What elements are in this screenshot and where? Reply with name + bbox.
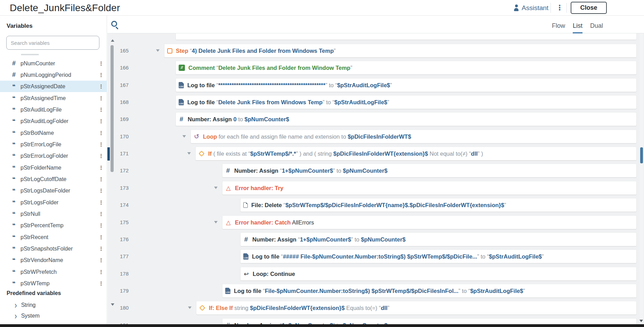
sidebar-scrollbar-thumb[interactable] [111,45,114,172]
variable-item-pStrRecent[interactable]: ❝pStrRecent⋮ [0,231,107,243]
variable-name: pStrErrorLogFile [21,141,61,148]
collapse-chevron-icon[interactable] [156,49,160,52]
variable-item-pStrAuditLogFile[interactable]: ❝pStrAuditLogFile⋮ [0,104,107,115]
variable-item-pStrWPrefetch[interactable]: ❝pStrWPrefetch⋮ [0,266,107,278]
action-row-167[interactable]: Log to file “***************************… [176,79,636,92]
variable-menu-icon[interactable]: ⋮ [98,58,104,69]
action-row-174[interactable]: File: Delete “$pStrWTemp$/$pDicFilesInFo… [241,198,636,212]
view-option-list[interactable]: List [573,16,582,33]
action-row-179[interactable]: Log to file “File-$pNumCounter.Number:to… [222,284,636,297]
list-scrollbar-thumb[interactable] [640,147,643,163]
variable-item-pStrAssignedTime[interactable]: ❝pStrAssignedTime⋮ [0,92,107,104]
variable-item-pStrNull[interactable]: ❝pStrNull⋮ [0,208,107,220]
action-row-165[interactable]: Step “4) Delete Junk Files and Folder fr… [164,44,636,57]
string-type-icon: ❝ [10,83,18,90]
assistant-button[interactable]: Assistant [514,3,548,13]
search-actions-icon[interactable] [111,21,117,27]
titlebar-divider [566,3,567,13]
close-button[interactable]: Close [571,2,607,14]
variable-menu-icon[interactable]: ⋮ [98,185,104,196]
variable-item-pNumCounter[interactable]: #pNumCounter⋮ [0,58,107,69]
more-options-icon[interactable]: ⋮ [555,2,564,13]
action-row-173[interactable]: △Error handler: Try [222,181,636,195]
if-condition-icon [199,151,205,157]
variable-menu-icon[interactable]: ⋮ [98,231,104,243]
collapse-chevron-icon[interactable] [188,306,191,309]
assistant-icon [514,5,519,11]
variable-menu-icon[interactable]: ⋮ [98,104,104,115]
action-row-178[interactable]: ↩Loop: Continue [241,267,636,280]
variable-item-pStrBotName[interactable]: ❝pStrBotName⋮ [0,127,107,139]
variable-menu-icon[interactable]: ⋮ [98,139,104,150]
action-text-segment: ” [504,202,506,209]
action-row-166[interactable]: Comment “Delete Junk Files and Folder fr… [176,61,636,74]
action-row-175[interactable]: △Error handler: Catch AllErrors [222,216,636,229]
sidebar-scroll-down-icon[interactable] [111,303,114,306]
variable-menu-icon[interactable]: ⋮ [98,243,104,254]
view-option-flow[interactable]: Flow [552,16,565,33]
action-row-171[interactable]: If ( file exists at “$pStrWTemp$/*.*” ) … [196,147,636,160]
variable-item-pStrLogsDateFolder[interactable]: ❝pStrLogsDateFolder⋮ [0,185,107,196]
variable-menu-icon[interactable]: ⋮ [98,150,104,162]
search-variables-input[interactable] [6,36,99,50]
variable-item-pStrLogCutoffDate[interactable]: ❝pStrLogCutoffDate⋮ [0,173,107,185]
variable-menu-icon[interactable]: ⋮ [98,220,104,231]
variable-menu-icon[interactable]: ⋮ [98,197,104,208]
variable-menu-icon[interactable]: ⋮ [98,173,104,185]
variable-item-pStrAssignedDate[interactable]: ❝pStrAssignedDate⋮ [0,81,107,92]
action-text-segment: ” to [351,236,361,243]
collapse-chevron-icon[interactable] [214,221,218,223]
variable-menu-icon[interactable]: ⋮ [98,127,104,139]
variable-name: pStrVendorName [21,257,63,263]
view-option-dual[interactable]: Dual [590,16,603,33]
bot-editor-window: Delete_JunkFiles&Folder Assistant ⋮ Clos… [0,0,644,327]
variable-item-pStrErrorLogFolder[interactable]: ❝pStrErrorLogFolder⋮ [0,150,107,162]
action-row-170[interactable]: ↺Loop for each file and assign file name… [191,130,636,143]
list-scroll-down-icon[interactable] [639,320,643,322]
variable-item-pNumLoggingPeriod[interactable]: #pNumLoggingPeriod⋮ [0,69,107,81]
row-number: 176 [120,236,135,242]
row-number: 165 [120,48,135,54]
variable-menu-icon[interactable]: ⋮ [98,69,104,81]
sidebar-scroll-up-icon[interactable] [111,39,114,42]
variable-menu-icon[interactable]: ⋮ [98,115,104,127]
action-row-176[interactable]: #Number: Assign “1+$pNumCounter$” to $pN… [241,233,636,246]
collapse-chevron-icon[interactable] [187,152,191,155]
variable-item-pStrLogsFolder[interactable]: ❝pStrLogsFolder⋮ [0,197,107,208]
variable-item-pStrSnapshotsFolder[interactable]: ❝pStrSnapshotsFolder⋮ [0,243,107,254]
number-icon: # [243,236,249,243]
variable-menu-icon[interactable]: ⋮ [98,254,104,266]
variable-menu-icon[interactable]: ⋮ [98,278,104,289]
variable-item-pStrVendorName[interactable]: ❝pStrVendorName⋮ [0,254,107,266]
variable-menu-icon[interactable]: ⋮ [98,162,104,173]
list-scrollbar-track[interactable] [640,33,643,324]
row-number: 177 [120,253,135,259]
variable-item-pStrFolderName[interactable]: ❝pStrFolderName⋮ [0,162,107,173]
collapse-chevron-icon[interactable] [182,135,186,138]
action-row-169[interactable]: #Number: Assign 0 to $pNumCounter$ [176,113,636,126]
variable-item-pStrPercentTemp[interactable]: ❝pStrPercentTemp⋮ [0,220,107,231]
action-row-180[interactable]: If: Else If string $pDicFilesInFolderWT{… [196,301,636,314]
variable-name: pStrNull [21,211,40,217]
predefined-group-string[interactable]: ›String [0,299,107,311]
variable-menu-icon[interactable]: ⋮ [98,81,104,92]
variable-menu-icon[interactable]: ⋮ [98,266,104,278]
action-row-177[interactable]: Log to file “##### File-$pNumCounter.Num… [241,250,636,263]
variable-name: pStrLogsDateFolder [21,188,70,194]
action-row-168[interactable]: Log to file “Delete Junk Files from Wind… [176,96,636,109]
action-row-172[interactable]: #Number: Assign “1+$pNumCounter$” to $pN… [222,164,636,177]
action-text-segment: ( file exists at “ [212,150,250,157]
variable-item-pStrErrorLogFile[interactable]: ❝pStrErrorLogFile⋮ [0,139,107,150]
action-text-segment: Log to file [252,253,279,260]
list-toolbar: FlowListDual [107,16,644,33]
action-text-segment: Loop: Continue [253,271,295,277]
action-text-segment: Number: Assign [252,236,296,243]
variable-menu-icon[interactable]: ⋮ [98,208,104,220]
variable-item-pStrAuditLogFolder[interactable]: ❝pStrAuditLogFolder⋮ [0,115,107,127]
variable-name: pStrSnapshotsFolder [21,246,73,252]
error-handler-icon: △ [225,219,231,226]
predefined-group-system[interactable]: ›System [0,310,107,322]
variable-menu-icon[interactable]: ⋮ [98,92,104,104]
collapse-chevron-icon[interactable] [214,187,218,189]
variable-item-pStrWTemp[interactable]: ❝pStrWTemp⋮ [0,278,107,289]
